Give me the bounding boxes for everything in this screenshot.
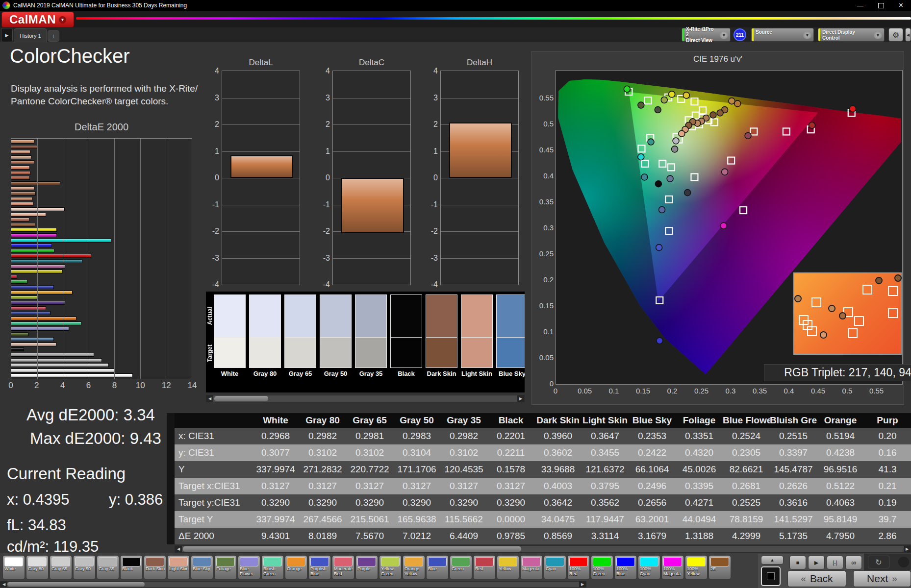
patchbar-scrollbar[interactable]: ◀ ▶ <box>0 581 586 588</box>
patch-button-yellow[interactable]: Yellow <box>497 555 519 580</box>
table-cell: 0.5194 <box>817 431 864 441</box>
scrollbar-thumb[interactable] <box>183 546 521 552</box>
stop-button[interactable]: ■ <box>789 556 806 569</box>
patch-color-chip <box>710 557 729 566</box>
patch-button-lightskin[interactable]: Light Skin <box>167 555 190 580</box>
inset-target-marker <box>862 285 872 294</box>
patch-button-darkskin[interactable]: Dark Skin <box>144 555 166 580</box>
table-cell: 0.2211 <box>487 447 534 458</box>
deltae-bar <box>11 140 34 144</box>
tab-bar: ▶ History 1 + X-Rite i1Pro 2 Direct View… <box>0 27 911 42</box>
actual-target-strip: Actual Target WhiteGray 80Gray 65Gray 50… <box>206 292 525 392</box>
add-tab-button[interactable]: + <box>48 30 59 42</box>
gear-icon[interactable]: ⚙ <box>888 28 903 42</box>
patch-color-chip <box>122 557 141 566</box>
deltae-bar <box>11 301 65 305</box>
patch-button-black[interactable]: Black <box>120 555 143 580</box>
axis-tick: 8 <box>112 381 117 391</box>
axis-tick: 2 <box>34 381 39 391</box>
table-cell: 6.4409 <box>440 531 487 541</box>
patch-button-orange-yellow[interactable]: Orange Yellow <box>403 555 425 580</box>
deltae-bar <box>11 254 91 258</box>
scroll-right-icon[interactable]: ▶ <box>517 395 524 402</box>
column-header: Orange <box>817 415 864 426</box>
tab-scroll-button[interactable]: ▶ <box>1 28 13 42</box>
scrollbar-thumb[interactable] <box>7 582 145 587</box>
patch-button-label: Purple <box>356 567 378 572</box>
minimize-icon[interactable]: — <box>857 2 863 9</box>
table-scrollbar[interactable]: ◀ ▶ <box>175 545 911 553</box>
patch-button-purple[interactable]: Purple <box>355 555 378 580</box>
refresh-icon[interactable]: ↻ <box>868 556 889 568</box>
patch-button-bluish-green[interactable]: Bluish Green <box>261 555 284 580</box>
pattern-window-button[interactable] <box>761 566 781 586</box>
axis-tick: -2 <box>205 227 219 236</box>
loop-button[interactable]: ∞ <box>845 556 862 569</box>
meter-line1: X-Rite i1Pro 2 <box>686 26 718 38</box>
axis-tick: -4 <box>424 280 438 289</box>
strip-scrollbar[interactable]: ◀ ▶ <box>206 395 525 402</box>
table-cell: 0.3647 <box>582 431 629 441</box>
patch-button-yellow-green[interactable]: Yellow Green <box>379 555 402 580</box>
patch-button-bluesky[interactable]: Blue Sky <box>191 555 213 580</box>
patch-button-gray50[interactable]: Gray 50 <box>73 555 96 580</box>
patch-button-100-green[interactable]: 100% Green <box>591 555 613 580</box>
patch-button-blue-flower[interactable]: Blue Flower <box>238 555 260 580</box>
axis-tick: 0.15 <box>533 301 554 310</box>
maximize-icon[interactable] <box>878 3 884 8</box>
patch-button-purplish-blue[interactable]: Purplish Blue <box>308 555 331 580</box>
patch-button-moderate-red[interactable]: Moderate Red <box>332 555 354 580</box>
patch-button-100-cyan[interactable]: 100% Cyan <box>638 555 660 580</box>
scroll-right-icon[interactable]: ▶ <box>579 582 586 587</box>
patch-button-100-blue[interactable]: 100% Blue <box>614 555 637 580</box>
tab-history-1[interactable]: History 1 <box>14 28 47 43</box>
actual-swatch <box>461 294 493 338</box>
patch-button-2e[interactable]: 2E <box>709 555 731 580</box>
table-cell: 2.86 <box>864 531 911 541</box>
scroll-up-button[interactable]: ▲ <box>761 556 784 564</box>
patch-button-gray35[interactable]: Gray 35 <box>97 555 119 580</box>
patch-button-cyan[interactable]: Cyan <box>544 555 566 580</box>
patch-button-100-yellow[interactable]: 100% Yellow <box>685 555 708 580</box>
calman-logo-menu[interactable]: CalMAN ▼ <box>1 12 74 27</box>
cie-diagram-panel: CIE 1976 u'v' RGB Triplet: 217, 140, 94 … <box>531 51 904 405</box>
patch-button-gray65[interactable]: Gray 65 <box>50 555 72 580</box>
scroll-left-icon[interactable]: ◀ <box>206 395 213 402</box>
table-cell: 0.3102 <box>346 447 393 458</box>
actual-swatch <box>320 294 352 338</box>
patch-button-100red[interactable]: 100% Red <box>567 555 590 580</box>
close-icon[interactable]: × <box>899 1 903 10</box>
source-dropdown[interactable]: Source ▼ <box>751 28 814 42</box>
patch-button-white[interactable]: White <box>2 555 25 580</box>
collapse-toolbar-button[interactable]: ◀ <box>905 28 911 42</box>
patch-button-orange[interactable]: Orange <box>285 555 307 580</box>
table-gutter <box>167 413 175 544</box>
patch-button-foliage[interactable]: Foliage <box>214 555 237 580</box>
axis-tick: 12 <box>162 381 171 391</box>
scroll-left-icon[interactable]: ◀ <box>0 582 7 587</box>
patch-button-magenta[interactable]: Magenta <box>520 555 543 580</box>
table-cell: 0.3290 <box>440 497 487 508</box>
step-button[interactable]: [-] <box>827 556 843 569</box>
next-button[interactable]: Next » <box>853 570 911 587</box>
patch-color-chip <box>663 557 682 566</box>
patch-button-green[interactable]: Green <box>450 555 472 580</box>
play-button[interactable]: ▶ <box>808 556 825 569</box>
meter-dropdown[interactable]: X-Rite i1Pro 2 Direct View ▼ <box>682 28 731 42</box>
patch-button-gray80[interactable]: Gray 80 <box>26 555 49 580</box>
table-cell: 0.3290 <box>252 497 299 508</box>
patch-button-100-magenta[interactable]: 100% Magenta <box>661 555 684 580</box>
patch-button-red[interactable]: Red <box>473 555 496 580</box>
axis-tick: 0.1 <box>533 327 554 336</box>
scrollbar-thumb[interactable] <box>214 396 268 401</box>
actual-swatch <box>249 294 281 338</box>
patch-button-blue[interactable]: Blue <box>426 555 449 580</box>
axis-tick: 2 <box>424 120 438 129</box>
meter-count-badge[interactable]: 211 <box>734 28 746 41</box>
table-cell: 0.8569 <box>534 531 582 541</box>
scroll-right-icon[interactable]: ▶ <box>904 546 911 552</box>
back-button[interactable]: « Back <box>787 570 846 587</box>
display-control-dropdown[interactable]: Direct Display Control ▼ <box>818 28 885 42</box>
axis-tick: 0.45 <box>808 387 829 395</box>
scroll-left-icon[interactable]: ◀ <box>175 546 182 552</box>
